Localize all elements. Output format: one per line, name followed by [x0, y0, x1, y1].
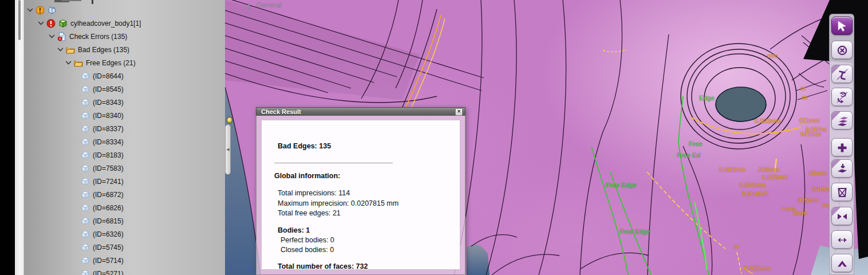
- cube-icon: [81, 203, 90, 213]
- tree-item[interactable]: (ID=7241): [24, 175, 225, 188]
- plus-button[interactable]: [831, 138, 853, 156]
- chevron-down-icon[interactable]: [48, 33, 56, 40]
- check-errors-icon: [57, 32, 66, 41]
- tree-item[interactable]: Check Errors (135): [24, 30, 225, 43]
- tree-item-label: Bad Edges (135): [78, 46, 129, 54]
- dialog-text-line: Perfect bodies: 0: [262, 235, 460, 245]
- tree-item[interactable]: (ID=6326): [24, 227, 225, 241]
- cube-icon: [81, 190, 90, 199]
- model-tree: cylheadcover_body1[1]Check Errors (135)B…: [24, 3, 225, 275]
- tree-item[interactable]: Free Edges (21): [24, 56, 225, 69]
- dialog-text-line: Maximum imprecision: 0.0207815 mm: [262, 199, 460, 209]
- cube-icon: [81, 151, 90, 160]
- tree-item[interactable]: (ID=5271): [24, 267, 225, 275]
- drop-import-button[interactable]: [831, 159, 853, 178]
- folder-icon: [74, 58, 83, 68]
- tree-item-label: (ID=5271): [93, 270, 124, 275]
- tree-item[interactable]: (ID=8343): [24, 96, 225, 109]
- tree-item-part[interactable]: [24, 3, 225, 17]
- tree-item[interactable]: (ID=5714): [24, 254, 225, 267]
- arrows-left-right-button[interactable]: [831, 230, 853, 249]
- right-toolbar: [829, 14, 854, 275]
- chevron-down-icon[interactable]: [57, 46, 64, 53]
- tree-scrollbar[interactable]: [15, 0, 24, 275]
- tree-item[interactable]: (ID=8334): [24, 135, 225, 148]
- rotate-body-button[interactable]: [831, 88, 853, 106]
- tree-item-label: cylheadcover_body1[1]: [70, 19, 141, 28]
- cube-icon: [81, 230, 90, 239]
- warning-icon: [35, 6, 45, 15]
- chevron-down-icon[interactable]: [65, 59, 72, 66]
- tree-item[interactable]: Bad Edges (135): [24, 43, 225, 56]
- tree-item[interactable]: (ID=5745): [24, 241, 225, 254]
- dialog-text-line: Bodies: 1: [262, 226, 460, 235]
- cube-icon: [81, 164, 90, 173]
- cube-icon: [81, 177, 90, 186]
- dialog-text-line: Total number of faces: 732: [262, 262, 460, 270]
- body-icon: [58, 19, 68, 28]
- dialog-titlebar[interactable]: Check Result ✕: [256, 107, 465, 116]
- tree-item[interactable]: (ID=8545): [24, 82, 225, 96]
- cube-icon: [81, 85, 90, 94]
- tree-item[interactable]: (ID=8340): [24, 109, 225, 122]
- tree-item[interactable]: (ID=8183): [24, 148, 225, 162]
- stacked-faces-button[interactable]: [831, 111, 853, 129]
- tree-item-label: (ID=5745): [93, 243, 124, 252]
- breadcrumb[interactable]: ❯ General: [246, 1, 282, 9]
- cube-icon: [81, 72, 90, 81]
- folder-icon: [66, 45, 75, 54]
- tree-item-label: Check Errors (135): [69, 33, 127, 41]
- tree-item[interactable]: (ID=8644): [24, 69, 225, 82]
- tree-item-label: (ID=8644): [93, 72, 124, 80]
- cube-icon: [81, 111, 90, 120]
- measure-gauge-button[interactable]: [831, 65, 853, 83]
- tree-item[interactable]: (ID=6872): [24, 188, 225, 201]
- chevron-right-icon: ❯: [246, 1, 251, 9]
- clipped-tree-row: [62, 0, 81, 1]
- chevron-up-button[interactable]: [831, 254, 853, 272]
- tree-item-label: (ID=8337): [93, 125, 124, 133]
- error-icon: [46, 19, 56, 28]
- dialog-body: Bad Edges: 135Global information:Total i…: [261, 120, 460, 270]
- tree-item[interactable]: (ID=6826): [24, 201, 225, 214]
- close-icon[interactable]: ✕: [455, 108, 463, 116]
- cube-icon: [81, 124, 90, 133]
- dialog-text-line: Global information:: [262, 171, 460, 181]
- select-arrow-button[interactable]: [831, 17, 853, 35]
- tree-item-label: (ID=8343): [93, 99, 124, 107]
- bulb-icon[interactable]: [227, 117, 232, 123]
- collapse-left-icon: ◀: [226, 147, 229, 152]
- tree-item[interactable]: (ID=8337): [24, 122, 225, 135]
- bowtie-button[interactable]: [831, 207, 853, 225]
- part-icon: [48, 6, 57, 15]
- panel-splitter-handle[interactable]: ◀: [225, 124, 231, 175]
- chevron-down-icon[interactable]: [37, 19, 45, 27]
- tree-item-label: (ID=6815): [93, 217, 124, 225]
- tree-item-label: (ID=6326): [93, 230, 124, 238]
- dialog-separator: [274, 163, 393, 163]
- circle-cross-button[interactable]: [831, 41, 853, 59]
- window-edge: [0, 0, 15, 275]
- tree-item-label: Free Edges (21): [86, 59, 136, 67]
- box-cross-button[interactable]: [831, 183, 853, 201]
- tree-scrollbar-thumb[interactable]: [18, 0, 21, 40]
- dialog-title: Check Result: [261, 108, 455, 115]
- chevron-down-icon[interactable]: [26, 6, 34, 14]
- tree-item[interactable]: (ID=6815): [24, 214, 225, 227]
- tree-item-label: (ID=6826): [93, 204, 124, 212]
- tree-item-label: (ID=5714): [93, 257, 124, 265]
- cube-icon: [81, 256, 90, 265]
- tree-item-label: (ID=8340): [93, 112, 124, 120]
- dialog-text-line: Total imprecisions: 114: [262, 188, 460, 198]
- tree-item-label: (ID=6872): [93, 191, 124, 199]
- dialog-frame: Bad Edges: 135Global information:Total i…: [256, 116, 465, 275]
- dialog-text-line: Total free edges: 21: [262, 209, 460, 218]
- tree-item[interactable]: (ID=7583): [24, 162, 225, 175]
- tree-item-label: (ID=7583): [93, 164, 124, 172]
- cube-icon: [81, 138, 90, 147]
- dialog-text-line: Bad Edges: 135: [262, 142, 460, 151]
- tree-item[interactable]: cylheadcover_body1[1]: [24, 17, 225, 30]
- check-result-dialog: Check Result ✕ Bad Edges: 135Global info…: [256, 107, 465, 275]
- dialog-text-line: Closed bodies: 0: [262, 245, 460, 255]
- application-window: cylheadcover_body1[1]Check Errors (135)B…: [0, 0, 868, 275]
